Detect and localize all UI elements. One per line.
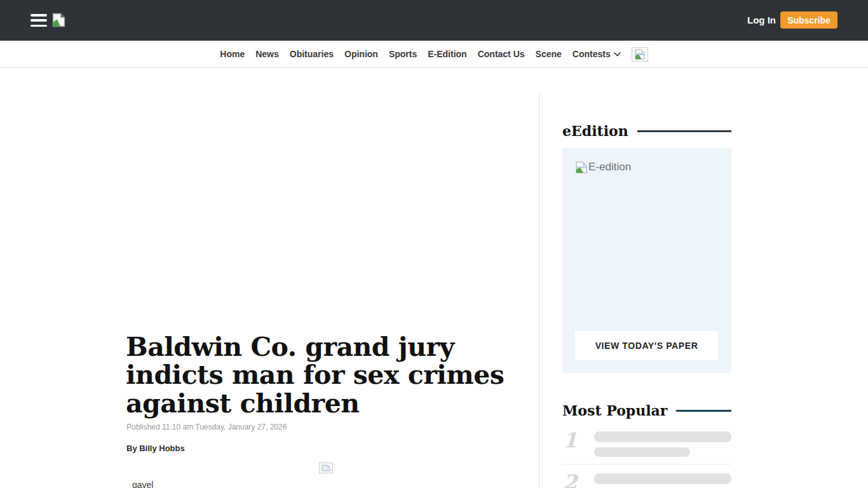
most-popular-section-header: Most Popular [562, 402, 731, 419]
nav-item-contests[interactable]: Contests [573, 49, 621, 59]
skeleton-text-bar [594, 473, 731, 484]
nav-item-e-edition[interactable]: E-Edition [428, 49, 466, 59]
page: Log In Subscribe Home News Obituaries Op… [0, 0, 868, 488]
eedition-image-alt-text: E-edition [588, 161, 631, 173]
eedition-thumbnail-link[interactable]: E-edition [576, 161, 631, 173]
nav-item-home[interactable]: Home [220, 49, 245, 59]
article-published-date: Published 11:10 am Tuesday, January 27, … [126, 423, 287, 431]
broken-image-icon [319, 463, 333, 473]
nav-item-opinion[interactable]: Opinion [344, 49, 378, 59]
article-title: Baldwin Co. grand jury indicts man for s… [126, 333, 530, 417]
nav-item-scene[interactable]: Scene [536, 49, 562, 59]
log-in-button[interactable]: Log In [747, 15, 776, 25]
eedition-heading-rule [637, 130, 731, 132]
nav-item-contact-us[interactable]: Contact Us [478, 49, 525, 59]
skeleton-text-bar [594, 447, 690, 457]
broken-image-icon[interactable] [52, 13, 65, 27]
top-header-bar: Log In Subscribe [0, 0, 868, 41]
eedition-widget: E-edition VIEW TODAY'S PAPER [562, 148, 731, 373]
nav-item-contests-label: Contests [573, 49, 611, 59]
skeleton-text-bar [594, 431, 731, 442]
most-popular-rank: 1 [563, 428, 577, 452]
article-image-alt-text: gavel [132, 480, 153, 488]
broken-image-icon [576, 161, 587, 173]
eedition-heading: eEdition [562, 123, 628, 139]
nav-item-news[interactable]: News [255, 49, 279, 59]
most-popular-rank: 2 [563, 470, 577, 488]
article-byline: By Billy Hobbs [126, 444, 185, 453]
most-popular-item-1[interactable]: 1 [562, 428, 731, 460]
subscribe-button[interactable]: Subscribe [780, 11, 837, 29]
content-sidebar-divider [539, 94, 539, 488]
nav-item-obituaries[interactable]: Obituaries [290, 49, 334, 59]
most-popular-item-2[interactable]: 2 [562, 470, 731, 488]
broken-image-icon[interactable] [632, 47, 648, 62]
chevron-down-icon [614, 52, 621, 57]
most-popular-heading-rule [676, 410, 731, 412]
view-todays-paper-button[interactable]: VIEW TODAY'S PAPER [575, 331, 718, 360]
main-navigation: Home News Obituaries Opinion Sports E-Ed… [0, 41, 868, 68]
eedition-section-header: eEdition [562, 123, 731, 139]
hamburger-menu-icon[interactable] [31, 14, 47, 27]
most-popular-heading: Most Popular [562, 402, 667, 419]
most-popular-divider [562, 464, 731, 464]
nav-item-sports[interactable]: Sports [389, 49, 417, 59]
